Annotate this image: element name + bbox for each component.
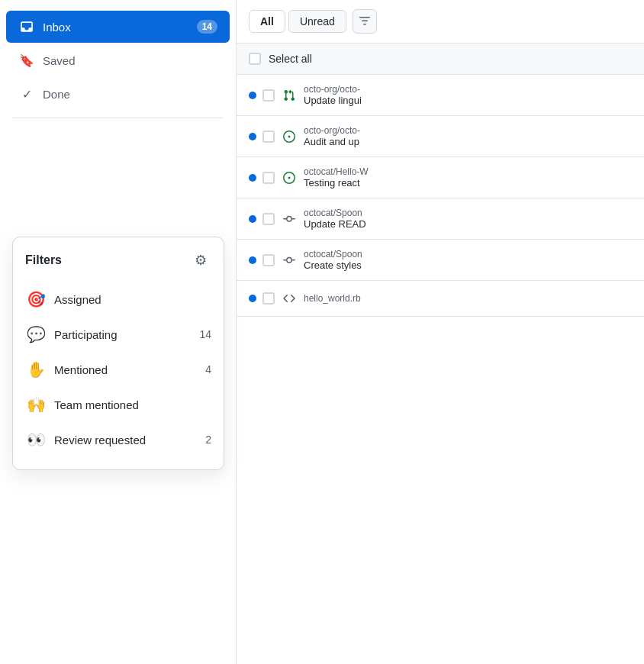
review-requested-count: 2 xyxy=(205,434,211,446)
notif-content: octocat/Spoon Update READ xyxy=(304,208,632,230)
notif-repo: hello_world.rb xyxy=(304,293,632,304)
notif-title: Create styles xyxy=(304,259,632,271)
filter-item-mentioned[interactable]: ✋ Mentioned 4 xyxy=(25,352,211,387)
notif-checkbox[interactable] xyxy=(262,131,275,143)
tabs-bar: All Unread xyxy=(237,0,644,44)
sidebar: Inbox 14 🔖 Saved ✓ Done Filters ⚙ 🎯 Assi… xyxy=(0,0,237,664)
notif-repo: octo-org/octo- xyxy=(304,125,632,136)
participating-count: 14 xyxy=(199,328,211,340)
done-label: Done xyxy=(43,88,217,101)
notif-content: octocat/Spoon Create styles xyxy=(304,249,632,271)
tab-unread[interactable]: Unread xyxy=(288,10,346,33)
notif-content: octocat/Hello-W Testing react xyxy=(304,166,632,189)
team-mentioned-emoji: 🙌 xyxy=(25,394,47,415)
notification-item[interactable]: hello_world.rb xyxy=(237,281,644,317)
main-content: All Unread Select all octo-org/octo- Upd… xyxy=(237,0,644,664)
notif-title: Audit and up xyxy=(304,136,632,147)
code-icon xyxy=(281,290,298,307)
tab-filter-button[interactable] xyxy=(353,9,377,34)
filters-title: Filters xyxy=(25,253,62,267)
issue-icon xyxy=(281,169,298,186)
filter-item-team-mentioned[interactable]: 🙌 Team mentioned xyxy=(25,387,211,422)
filter-item-assigned[interactable]: 🎯 Assigned xyxy=(25,282,211,317)
notification-item[interactable]: octo-org/octo- Update lingui xyxy=(237,75,644,116)
notif-repo: octo-org/octo- xyxy=(304,84,632,95)
inbox-label: Inbox xyxy=(43,21,197,34)
notif-checkbox[interactable] xyxy=(262,172,275,184)
review-requested-label: Review requested xyxy=(54,434,205,446)
notif-title: Update lingui xyxy=(304,95,632,106)
filters-header: Filters ⚙ xyxy=(25,250,211,271)
participating-emoji: 💬 xyxy=(25,324,47,345)
select-all-checkbox[interactable] xyxy=(249,53,261,65)
unread-dot xyxy=(249,256,256,264)
sidebar-item-saved[interactable]: 🔖 Saved xyxy=(6,44,230,76)
notif-content: hello_world.rb xyxy=(304,293,632,304)
tab-all[interactable]: All xyxy=(249,10,285,33)
commit-icon xyxy=(281,211,298,227)
assigned-label: Assigned xyxy=(54,293,211,306)
notif-checkbox[interactable] xyxy=(262,292,275,305)
participating-label: Participating xyxy=(54,328,199,341)
notifications-list: octo-org/octo- Update lingui octo-org/oc… xyxy=(237,75,644,664)
notification-item[interactable]: octo-org/octo- Audit and up xyxy=(237,116,644,157)
inbox-badge: 14 xyxy=(197,20,217,34)
gear-icon[interactable]: ⚙ xyxy=(190,250,211,271)
mentioned-count: 4 xyxy=(205,363,211,376)
notification-item[interactable]: octocat/Hello-W Testing react xyxy=(237,157,644,198)
notification-item[interactable]: octocat/Spoon Create styles xyxy=(237,240,644,281)
unread-dot xyxy=(249,174,256,182)
check-icon: ✓ xyxy=(18,85,35,102)
mentioned-label: Mentioned xyxy=(54,363,205,376)
notification-item[interactable]: octocat/Spoon Update READ xyxy=(237,198,644,240)
unread-dot xyxy=(249,215,256,223)
select-all-bar: Select all xyxy=(237,44,644,75)
notif-repo: octocat/Spoon xyxy=(304,208,632,218)
filter-item-review-requested[interactable]: 👀 Review requested 2 xyxy=(25,422,211,457)
mentioned-emoji: ✋ xyxy=(25,359,47,380)
notif-content: octo-org/octo- Audit and up xyxy=(304,125,632,147)
filter-item-participating[interactable]: 💬 Participating 14 xyxy=(25,317,211,352)
sidebar-item-done[interactable]: ✓ Done xyxy=(6,78,230,110)
inbox-icon xyxy=(18,18,35,35)
commit-icon xyxy=(281,252,298,269)
review-requested-emoji: 👀 xyxy=(25,429,47,450)
notif-repo: octocat/Spoon xyxy=(304,249,632,259)
select-all-label: Select all xyxy=(269,53,312,65)
unread-dot xyxy=(249,295,256,302)
saved-label: Saved xyxy=(43,54,217,67)
sidebar-item-inbox[interactable]: Inbox 14 xyxy=(6,11,230,43)
sidebar-divider xyxy=(12,118,224,118)
notif-repo: octocat/Hello-W xyxy=(304,166,632,177)
notif-title: Testing react xyxy=(304,177,632,189)
issue-icon xyxy=(281,128,298,145)
team-mentioned-label: Team mentioned xyxy=(54,398,211,411)
unread-dot xyxy=(249,133,256,140)
notif-title: Update READ xyxy=(304,218,632,230)
notif-content: octo-org/octo- Update lingui xyxy=(304,84,632,106)
notif-checkbox[interactable] xyxy=(262,254,275,266)
notif-checkbox[interactable] xyxy=(262,213,275,225)
unread-dot xyxy=(249,92,256,99)
notif-checkbox[interactable] xyxy=(262,89,275,102)
filters-panel: Filters ⚙ 🎯 Assigned 💬 Participating 14 … xyxy=(12,237,224,470)
assigned-emoji: 🎯 xyxy=(25,288,47,310)
bookmark-icon: 🔖 xyxy=(18,52,35,69)
pr-icon xyxy=(281,87,298,104)
